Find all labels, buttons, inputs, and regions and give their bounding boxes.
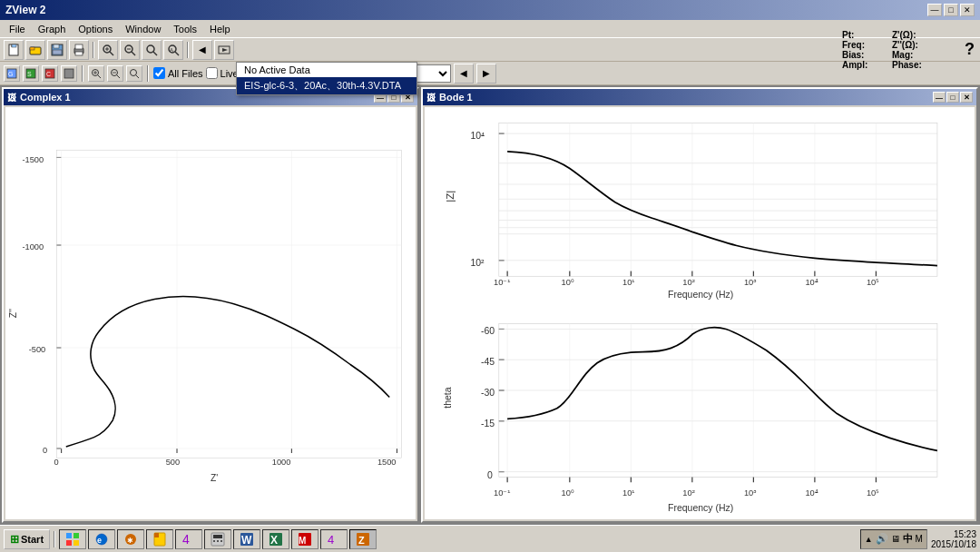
svg-rect-72 [499,123,937,276]
taskbar-app-word[interactable]: W [233,529,260,549]
svg-text:10⁰: 10⁰ [562,278,574,287]
menu-options[interactable]: Options [73,22,118,36]
freq-label: Freq: [842,40,878,50]
svg-text:C: C [46,71,51,77]
tb2-zoom3[interactable] [126,65,142,82]
bode-window-buttons: — □ ✕ [933,92,973,103]
menu-help[interactable]: Help [204,22,236,36]
taskbar-app-excel[interactable]: X [262,529,289,549]
svg-text:Frequency (Hz): Frequency (Hz) [668,503,733,513]
zoom-fit-button[interactable] [142,40,162,60]
svg-text:4: 4 [182,532,190,547]
tray-speaker-icon[interactable]: 🔊 [876,533,888,545]
separator-3 [82,65,83,82]
taskbar-app-zview[interactable]: Z [349,529,377,549]
taskbar-left: ⊞ Start e ✱ 4 W [4,529,377,549]
next-button[interactable] [214,40,234,60]
taskbar-app-6[interactable]: 4 [320,529,348,549]
toolbar-row-2: G S C All Files Live Fit No Active Data … [0,62,980,85]
svg-text:Z: Z [358,535,365,546]
svg-text:X: X [270,534,278,547]
tray-arrow-icon[interactable]: ▲ [865,535,873,544]
svg-text:-1000: -1000 [22,242,44,251]
start-button[interactable]: ⊞ Start [4,529,50,549]
clock-date: 2015/10/18 [931,539,976,549]
tb2-btn2[interactable]: S [23,65,39,82]
print-button[interactable] [69,40,89,60]
svg-text:S: S [27,71,32,77]
dropdown-option-2[interactable]: EIS-glc-6-3、20Ac、30th-4.3V.DTA [237,77,416,94]
bias-label: Bias: [842,50,878,60]
help-icon[interactable]: ? [965,40,975,59]
svg-text:-500: -500 [29,345,45,354]
tb2-btn3[interactable]: C [42,65,58,82]
tray-display-icon[interactable]: 🖥 [891,534,900,544]
svg-text:-45: -45 [481,357,495,367]
svg-text:10²: 10² [470,258,485,268]
dropdown-prev-arrow[interactable]: ◀ [454,64,474,84]
separator-4 [147,65,149,82]
bode-window-title-bar: 🖼 Bode 1 — □ ✕ [423,89,976,105]
menu-bar: File Graph Options Window Tools Help [0,20,980,38]
dropdown-menu: No Active Data EIS-glc-6-3、20Ac、30th-4.3… [236,62,417,95]
bode-minimize-button[interactable]: — [933,92,946,103]
maximize-button[interactable]: □ [944,4,958,16]
tb2-btn1[interactable]: G [4,65,20,82]
dropdown-option-1[interactable]: No Active Data [237,63,416,77]
minimize-button[interactable]: — [927,4,942,16]
close-button[interactable]: ✕ [960,4,975,16]
separator-1 [93,42,94,58]
save-button[interactable] [47,40,67,60]
bode-window: 🖼 Bode 1 — □ ✕ EIS-glc-6-3、20Ac、30th-4.3… [421,87,978,523]
taskbar-app-5[interactable]: 4 [175,529,202,549]
zoom-out-button[interactable] [120,40,140,60]
svg-point-39 [131,69,137,75]
svg-text:1500: 1500 [377,458,397,467]
taskbar-app-4[interactable] [146,529,173,549]
svg-text:10⁴: 10⁴ [470,131,485,141]
menu-tools[interactable]: Tools [168,22,202,36]
taskbar-app-3[interactable]: ✱ [117,529,144,549]
bode-svg: EIS-glc-6-3、20Ac、30th-4.3V.DTA |Z| 10⁴ 1… [425,107,975,519]
dropdown-next-arrow[interactable]: ▶ [476,64,496,84]
prev-button[interactable]: ◀ [192,40,212,60]
svg-rect-160 [213,535,222,538]
all-files-checkbox[interactable] [153,67,165,79]
tray-lang-label[interactable]: 中 [903,532,913,546]
bode-window-title: Bode 1 [439,92,473,103]
svg-rect-157 [154,533,159,537]
menu-file[interactable]: File [4,22,31,36]
taskbar-app-ie[interactable]: e [88,529,115,549]
taskbar-sep [54,531,55,547]
tb2-zoom1[interactable] [88,65,104,82]
main-content: 🖼 Complex 1 — □ ✕ EIS-glc-6-3、20Ac、30th-… [0,85,980,525]
tb2-zoom2[interactable] [107,65,123,82]
svg-line-16 [132,52,135,55]
bode-maximize-button[interactable]: □ [946,92,959,103]
tb2-btn4[interactable] [61,65,77,82]
taskbar-app-1[interactable] [59,529,86,549]
svg-text:10⁰: 10⁰ [562,488,574,498]
menu-window[interactable]: Window [120,22,166,36]
new-button[interactable] [4,40,24,60]
taskbar-app-calc[interactable] [204,529,231,549]
open-button[interactable] [25,40,45,60]
svg-text:theta: theta [443,387,453,408]
svg-rect-2 [12,44,16,47]
svg-text:10⁴: 10⁴ [805,278,818,287]
svg-text:-30: -30 [481,388,495,398]
svg-rect-150 [66,540,72,546]
svg-text:10¹: 10¹ [622,488,634,498]
zoom-select-button[interactable]: A [163,40,183,60]
pt-label: Pt: [842,30,878,40]
zoom-in-button[interactable] [98,40,118,60]
bode-close-button[interactable]: ✕ [960,92,973,103]
zimag-label: Z''(Ω): [892,40,928,50]
svg-text:-15: -15 [481,419,495,429]
live-checkbox[interactable] [206,67,218,79]
svg-text:10²: 10² [682,278,694,287]
menu-graph[interactable]: Graph [33,22,72,36]
taskbar-app-m[interactable]: M [291,529,318,549]
svg-text:0: 0 [54,458,58,467]
svg-text:4: 4 [328,533,334,547]
